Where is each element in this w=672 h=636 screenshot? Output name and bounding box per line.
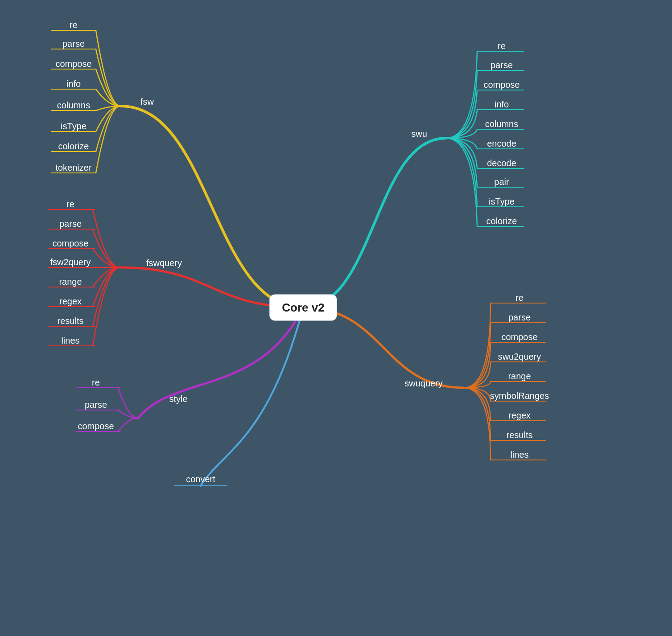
svg-text:style: style bbox=[169, 394, 187, 404]
svg-text:regex: regex bbox=[508, 410, 531, 420]
svg-text:columns: columns bbox=[485, 119, 518, 129]
svg-text:info: info bbox=[495, 99, 509, 109]
svg-text:encode: encode bbox=[487, 139, 516, 148]
center-node: Core v2 bbox=[269, 295, 337, 321]
svg-text:regex: regex bbox=[59, 296, 82, 306]
svg-text:tokenizer: tokenizer bbox=[55, 163, 91, 172]
svg-text:compose: compose bbox=[78, 421, 114, 431]
svg-text:parse: parse bbox=[508, 312, 531, 322]
svg-text:compose: compose bbox=[52, 238, 88, 248]
svg-text:swu2query: swu2query bbox=[498, 352, 541, 361]
svg-text:parse: parse bbox=[491, 60, 513, 70]
svg-text:fsw2query: fsw2query bbox=[50, 257, 91, 267]
svg-text:results: results bbox=[58, 316, 84, 326]
svg-text:compose: compose bbox=[483, 80, 519, 90]
svg-text:swuquery: swuquery bbox=[404, 378, 443, 388]
svg-text:parse: parse bbox=[85, 400, 107, 410]
svg-text:info: info bbox=[66, 79, 81, 89]
svg-text:fsw: fsw bbox=[140, 97, 154, 107]
svg-text:pair: pair bbox=[494, 177, 509, 187]
svg-text:range: range bbox=[59, 277, 82, 287]
svg-text:lines: lines bbox=[61, 336, 79, 345]
svg-text:convert: convert bbox=[186, 474, 215, 484]
svg-text:isType: isType bbox=[489, 197, 515, 206]
svg-text:decode: decode bbox=[487, 158, 516, 168]
svg-text:columns: columns bbox=[57, 100, 90, 110]
svg-text:parse: parse bbox=[59, 219, 82, 229]
svg-text:re: re bbox=[66, 199, 74, 209]
svg-text:range: range bbox=[508, 371, 531, 381]
svg-text:re: re bbox=[92, 377, 100, 387]
svg-text:isType: isType bbox=[61, 121, 87, 131]
svg-text:swu: swu bbox=[411, 129, 427, 139]
svg-text:fswquery: fswquery bbox=[146, 258, 182, 268]
svg-text:results: results bbox=[507, 430, 533, 440]
svg-text:compose: compose bbox=[501, 332, 537, 342]
svg-text:parse: parse bbox=[62, 39, 85, 49]
svg-text:re: re bbox=[70, 20, 78, 30]
svg-text:colorize: colorize bbox=[58, 141, 89, 151]
svg-text:symbolRanges: symbolRanges bbox=[490, 391, 549, 401]
svg-text:colorize: colorize bbox=[486, 216, 517, 226]
svg-text:re: re bbox=[515, 293, 524, 303]
svg-text:compose: compose bbox=[55, 59, 91, 69]
svg-text:re: re bbox=[498, 41, 506, 51]
svg-text:lines: lines bbox=[510, 450, 528, 460]
